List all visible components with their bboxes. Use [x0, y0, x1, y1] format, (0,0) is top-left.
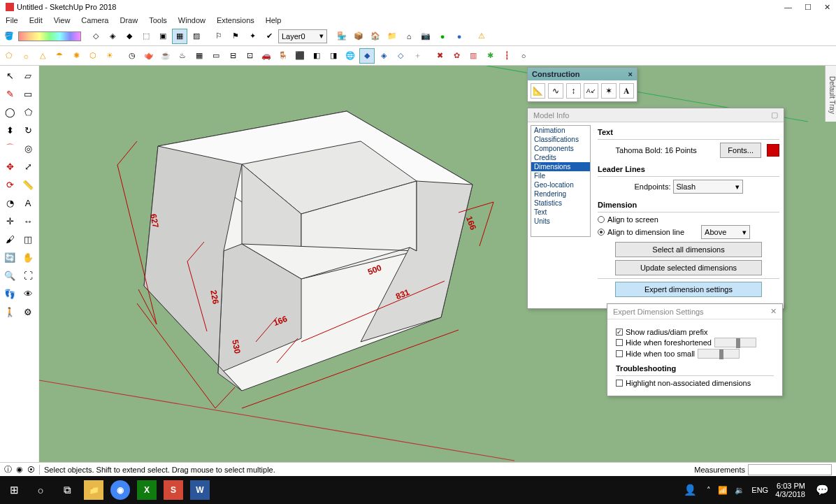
expert-dimension-dialog[interactable]: Expert Dimension Settings✕ Show radius/d…: [607, 303, 783, 396]
cat-animation[interactable]: Animation: [531, 126, 590, 135]
green-dot-icon[interactable]: ●: [435, 29, 450, 44]
zoom-icon[interactable]: 🔍: [1, 267, 18, 284]
clock-icon[interactable]: ◷: [124, 48, 140, 64]
action-center-icon[interactable]: 💬: [812, 480, 832, 500]
cat-units[interactable]: Units: [531, 217, 590, 226]
misc-icon-2[interactable]: ⚑: [228, 29, 243, 44]
sun3-icon[interactable]: ☀: [102, 48, 117, 64]
text-icon[interactable]: A: [20, 194, 36, 211]
hex-icon[interactable]: ⬡: [85, 48, 101, 64]
folder-icon[interactable]: 📁: [384, 29, 400, 44]
cube2-icon[interactable]: ◧: [309, 48, 324, 64]
axes-tool-icon[interactable]: ✶: [601, 83, 616, 99]
dim-color-swatch[interactable]: [767, 144, 779, 157]
cat-statistics[interactable]: Statistics: [531, 199, 590, 208]
chrome-icon[interactable]: ◉: [110, 480, 130, 500]
window2-icon[interactable]: ⊟: [225, 48, 240, 64]
globe-icon[interactable]: 🌐: [343, 48, 358, 64]
construction-line-icon[interactable]: ∿: [548, 83, 563, 99]
teapot-icon[interactable]: 🫖: [141, 48, 157, 64]
taskbar-clock[interactable]: 6:03 PM 4/3/2018: [775, 482, 805, 498]
fonts-button[interactable]: Fonts...: [720, 143, 761, 158]
show-prefix-check[interactable]: Show radius/diam prefix: [616, 328, 774, 336]
paint-icon[interactable]: 🖌: [1, 231, 18, 247]
house-icon[interactable]: 🏠: [368, 29, 383, 44]
position-icon[interactable]: 👣: [1, 285, 18, 302]
eraser-icon[interactable]: ▱: [20, 67, 36, 84]
polygon-icon[interactable]: ⬠: [20, 103, 36, 120]
dimension-icon[interactable]: ↔: [20, 213, 36, 229]
bars-icon[interactable]: ┇: [499, 48, 514, 64]
warehouse-icon[interactable]: 🏪: [334, 29, 349, 44]
window3-icon[interactable]: ⊡: [242, 48, 257, 64]
look-icon[interactable]: 👁: [20, 285, 36, 302]
cube-blue2-icon[interactable]: ◈: [376, 48, 391, 64]
hide-small-check[interactable]: Hide when too small: [616, 349, 774, 359]
menu-extensions[interactable]: Extensions: [214, 16, 257, 24]
style-icon-4[interactable]: ⬚: [138, 29, 154, 44]
misc-icon-1[interactable]: ⚐: [211, 29, 226, 44]
cat-geolocation[interactable]: Geo-location: [531, 180, 590, 189]
menu-file[interactable]: File: [3, 16, 21, 24]
small-slider[interactable]: [698, 349, 740, 359]
dimension-tool-icon[interactable]: ↕: [566, 83, 581, 99]
plus-icon[interactable]: ＋: [410, 48, 425, 64]
style-icon-7[interactable]: ▨: [189, 29, 204, 44]
window-icon[interactable]: ▭: [208, 48, 224, 64]
umbrella-icon[interactable]: ☂: [52, 48, 67, 64]
endpoints-select[interactable]: Slash▾: [673, 180, 743, 194]
gear-red-icon[interactable]: ✿: [449, 48, 464, 64]
cat-rendering[interactable]: Rendering: [531, 189, 590, 199]
cube-blue1-icon[interactable]: ◆: [359, 48, 375, 64]
model-info-category-list[interactable]: Animation Classifications Components Cre…: [531, 125, 591, 237]
3dtext-icon[interactable]: 𝐀: [619, 83, 634, 99]
viewport[interactable]: 627 226 166 530 500 831 166 Construction…: [39, 66, 836, 462]
cube-icon[interactable]: ⬛: [292, 48, 308, 64]
cube3-icon[interactable]: ◨: [326, 48, 341, 64]
menu-help[interactable]: Help: [263, 16, 284, 24]
tray-chevron-icon[interactable]: ˄: [707, 486, 711, 495]
text-tool-icon[interactable]: A↙: [584, 83, 598, 99]
steam-icon[interactable]: ♨: [175, 48, 190, 64]
menu-edit[interactable]: Edit: [27, 16, 45, 24]
construction-panel[interactable]: Construction× 📐 ∿ ↕ A↙ ✶ 𝐀: [527, 67, 637, 102]
minimize-icon[interactable]: —: [784, 3, 792, 12]
pan-icon[interactable]: ✋: [20, 249, 36, 266]
offset-icon[interactable]: ◎: [20, 140, 36, 157]
align-line-radio[interactable]: Align to dimension line Above▾: [598, 225, 779, 239]
spark-green-icon[interactable]: ✱: [482, 48, 498, 64]
align-pos-select[interactable]: Above▾: [701, 225, 750, 239]
select-icon[interactable]: ↖: [1, 67, 18, 84]
menu-tools[interactable]: Tools: [146, 16, 170, 24]
people-icon[interactable]: 👤: [680, 480, 700, 500]
style-icon-5[interactable]: ▣: [155, 29, 171, 44]
update-selected-dimensions-button[interactable]: Update selected dimensions: [615, 260, 762, 275]
cat-components[interactable]: Components: [531, 144, 590, 153]
push-icon[interactable]: ⬍: [1, 122, 18, 138]
cup-icon[interactable]: ☕: [158, 48, 173, 64]
expert-close-icon[interactable]: ✕: [770, 307, 777, 316]
move-icon[interactable]: ✥: [1, 158, 18, 175]
camera-icon[interactable]: 📷: [418, 29, 433, 44]
hide-foreshortened-check[interactable]: Hide when foreshortened: [616, 338, 774, 347]
status-icon-1[interactable]: ⓘ: [4, 464, 12, 475]
select-all-dimensions-button[interactable]: Select all dimensions: [615, 242, 762, 257]
tape-icon[interactable]: 📏: [20, 176, 36, 193]
cat-file[interactable]: File: [531, 171, 590, 180]
zoom-extents-icon[interactable]: ⛶: [20, 267, 36, 284]
x-icon[interactable]: ✖: [432, 48, 447, 64]
foreshort-slider[interactable]: [714, 338, 756, 347]
style-icon-6[interactable]: ▦: [172, 29, 187, 44]
excel-icon[interactable]: X: [137, 480, 157, 500]
sun2-icon[interactable]: ✺: [69, 48, 84, 64]
expert-dimension-settings-button[interactable]: Expert dimension settings: [615, 282, 762, 297]
cat-credits[interactable]: Credits: [531, 153, 590, 162]
explorer-icon[interactable]: 📁: [84, 480, 103, 500]
component-icon[interactable]: 📦: [351, 29, 366, 44]
shield-icon[interactable]: ⬠: [1, 48, 17, 64]
blue-dot-icon[interactable]: ●: [452, 29, 467, 44]
tape-measure-icon[interactable]: 📐: [531, 83, 545, 99]
network-icon[interactable]: 📶: [718, 486, 728, 495]
measurements-input[interactable]: [748, 464, 832, 475]
protractor-icon[interactable]: ◔: [1, 194, 18, 211]
